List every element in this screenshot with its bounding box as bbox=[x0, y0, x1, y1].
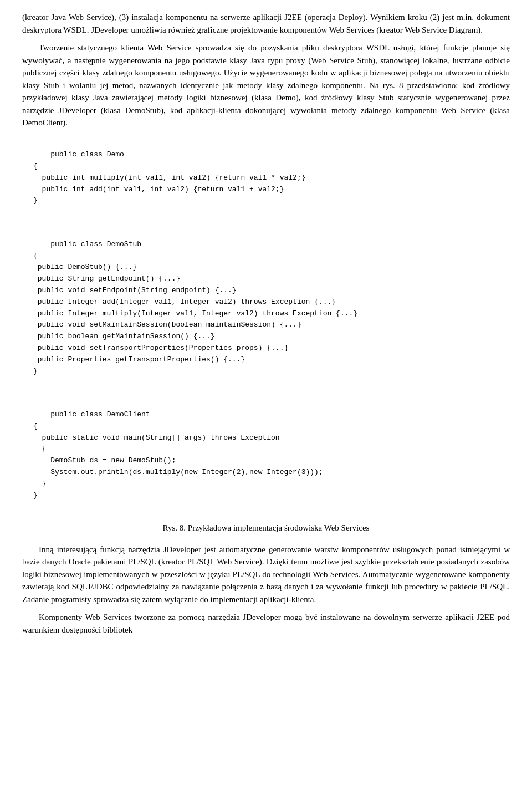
paragraph-2-text: Tworzenie statycznego klienta Web Servic… bbox=[22, 43, 510, 127]
page-content: (kreator Java Web Service), (3) instalac… bbox=[22, 11, 510, 636]
paragraph-1: (kreator Java Web Service), (3) instalac… bbox=[22, 11, 510, 36]
paragraph-2: Tworzenie statycznego klienta Web Servic… bbox=[22, 42, 510, 129]
code-demo-client-class: public class DemoClient { public static … bbox=[33, 398, 510, 513]
code-demo-client-text: public class DemoClient { public static … bbox=[33, 410, 323, 500]
paragraph-3: Inną interesującą funkcją narzędzia JDev… bbox=[22, 543, 510, 606]
paragraph-4-text: Komponenty Web Services tworzone za pomo… bbox=[22, 613, 510, 634]
code-demo-stub-class: public class DemoStub { public DemoStub(… bbox=[33, 227, 510, 389]
paragraph-3-text: Inną interesującą funkcją narzędzia JDev… bbox=[22, 545, 510, 604]
paragraph-1-text: (kreator Java Web Service), (3) instalac… bbox=[22, 13, 510, 34]
code-demo-stub-text: public class DemoStub { public DemoStub(… bbox=[33, 240, 357, 375]
code-demo-class: public class Demo { public int multiply(… bbox=[33, 138, 510, 219]
figure-caption-text: Rys. 8. Przykładowa implementacja środow… bbox=[163, 523, 370, 532]
code-demo-text: public class Demo { public int multiply(… bbox=[33, 150, 305, 205]
paragraph-4: Komponenty Web Services tworzone za pomo… bbox=[22, 611, 510, 636]
figure-caption: Rys. 8. Przykładowa implementacja środow… bbox=[22, 522, 510, 534]
